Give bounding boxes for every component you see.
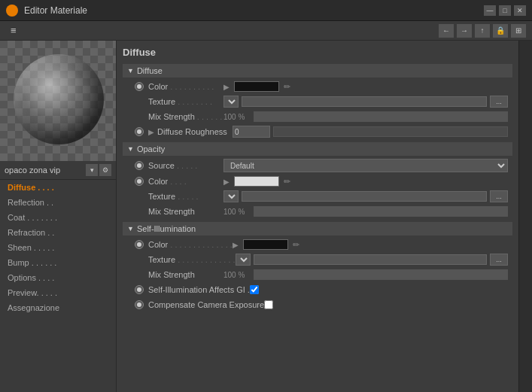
opacity-source-value: Default: [223, 159, 508, 172]
opacity-group-header[interactable]: ▼ Opacity: [123, 142, 512, 156]
diffuse-color-radio[interactable]: [135, 82, 144, 91]
diffuse-collapse-arrow: ▼: [127, 67, 134, 74]
opacity-texture-more[interactable]: ...: [490, 190, 508, 202]
channel-item-reflection[interactable]: Reflection . .: [0, 195, 116, 210]
opacity-texture-select[interactable]: [223, 190, 239, 202]
diffuse-texture-value: ...: [223, 96, 508, 108]
channel-item-preview[interactable]: Preview. . . . .: [0, 285, 116, 300]
si-mix-label: Mix Strength: [148, 270, 223, 279]
diffuse-texture-bar: [242, 96, 487, 107]
si-color-radio[interactable]: [135, 240, 144, 249]
si-color-swatch[interactable]: [243, 239, 288, 250]
si-texture-bar: [254, 254, 487, 265]
roughness-slider[interactable]: [273, 126, 508, 137]
channel-label-assignment: Assegnazione: [8, 303, 59, 312]
nav-up-button[interactable]: ↑: [475, 24, 490, 38]
channel-item-refraction[interactable]: Refraction . .: [0, 225, 116, 240]
si-texture-value: ...: [236, 254, 508, 266]
channel-label-diffuse: Diffuse . . . .: [8, 183, 54, 192]
si-texture-select[interactable]: [236, 254, 251, 266]
opacity-color-row: Color . . . . ▶ ✏: [123, 174, 512, 189]
opacity-mix-value: 100 %: [223, 206, 508, 217]
app-icon: [6, 5, 18, 17]
main-layout: opaco zona vip ▾ ⚙ Diffuse . . . . Refle…: [0, 41, 532, 392]
si-camera-exposure-value: [264, 300, 508, 309]
si-texture-row: Texture . . . . . . . . . . . . . ...: [123, 252, 512, 267]
minimize-button[interactable]: —: [484, 5, 496, 16]
diffuse-color-label: Color . . . . . . . . . .: [148, 82, 223, 91]
nav-forward-button[interactable]: →: [457, 24, 472, 38]
menubar: ≡ ← → ↑ 🔒 ⊞: [0, 21, 532, 41]
self-illumination-group-header[interactable]: ▼ Self-Illumination: [123, 222, 512, 236]
material-dropdown-button[interactable]: ▾: [86, 164, 98, 176]
si-affects-gi-checkbox[interactable]: [250, 285, 259, 294]
window-controls: — □ ✕: [484, 5, 526, 16]
close-button[interactable]: ✕: [514, 5, 526, 16]
opacity-color-expand[interactable]: ▶: [223, 178, 231, 186]
channel-item-diffuse[interactable]: Diffuse . . . .: [0, 180, 116, 195]
material-name-controls: ▾ ⚙: [86, 164, 111, 176]
nav-back-button[interactable]: ←: [439, 24, 454, 38]
diffuse-color-expand[interactable]: ▶: [223, 83, 231, 91]
left-panel: opaco zona vip ▾ ⚙ Diffuse . . . . Refle…: [0, 41, 117, 392]
maximize-button[interactable]: □: [499, 5, 511, 16]
si-color-eyedropper[interactable]: ✏: [291, 240, 301, 250]
nav-lock-button[interactable]: 🔒: [493, 24, 508, 38]
si-mix-percent: 100 %: [223, 271, 251, 279]
si-mix-bar[interactable]: [254, 269, 508, 280]
si-texture-more[interactable]: ...: [490, 254, 508, 266]
si-affects-gi-radio[interactable]: [135, 285, 144, 294]
diffuse-roughness-input[interactable]: [233, 126, 270, 138]
channel-item-bump[interactable]: Bump . . . . . .: [0, 255, 116, 270]
self-illumination-group-label: Self-Illumination: [137, 224, 196, 233]
opacity-source-radio[interactable]: [135, 161, 144, 170]
channel-label-coat: Coat . . . . . . .: [8, 213, 57, 222]
opacity-mix-row: Mix Strength 100 %: [123, 204, 512, 219]
opacity-texture-bar: [242, 191, 487, 202]
hamburger-menu-button[interactable]: ≡: [6, 23, 21, 38]
channel-item-assignment[interactable]: Assegnazione: [0, 300, 116, 315]
channel-item-coat[interactable]: Coat . . . . . . .: [0, 210, 116, 225]
si-camera-exposure-radio[interactable]: [135, 300, 144, 309]
diffuse-group-header[interactable]: ▼ Diffuse: [123, 64, 512, 77]
opacity-color-swatch[interactable]: [234, 176, 279, 187]
diffuse-texture-row: Texture . . . . . . . . ...: [123, 94, 512, 109]
channel-label-bump: Bump . . . . . .: [8, 258, 56, 267]
diffuse-group: ▼ Diffuse Color . . . . . . . . . . ▶ ✏ …: [123, 64, 512, 139]
diffuse-mix-percent: 100 %: [223, 113, 251, 121]
opacity-color-eyedropper[interactable]: ✏: [282, 177, 292, 187]
opacity-color-radio[interactable]: [135, 177, 144, 186]
diffuse-roughness-radio[interactable]: [135, 127, 144, 136]
si-mix-fill: [254, 270, 507, 279]
self-illumination-group: ▼ Self-Illumination Color . . . . . . . …: [123, 222, 512, 312]
opacity-source-select[interactable]: Default: [223, 159, 508, 172]
diffuse-color-swatch[interactable]: [234, 81, 279, 92]
window-title: Editor Materiale: [24, 5, 484, 16]
diffuse-texture-more[interactable]: ...: [490, 96, 508, 108]
si-camera-exposure-label: Compensate Camera Exposure: [148, 300, 264, 309]
diffuse-texture-label: Texture . . . . . . . .: [148, 97, 223, 106]
channel-item-options[interactable]: Options . . . .: [0, 270, 116, 285]
si-texture-label: Texture . . . . . . . . . . . . .: [148, 255, 236, 264]
preview-sphere: [14, 54, 104, 144]
opacity-mix-bar[interactable]: [254, 206, 508, 217]
si-affects-gi-row: Self-Illumination Affects GI .: [123, 282, 512, 297]
si-color-expand[interactable]: ▶: [233, 241, 240, 249]
diffuse-mix-label: Mix Strength . . . . . .: [148, 112, 223, 121]
si-color-label: Color . . . . . . . . . . . . . .: [148, 240, 233, 249]
si-camera-exposure-checkbox[interactable]: [264, 300, 273, 309]
opacity-mix-percent: 100 %: [223, 208, 251, 216]
nav-extra-button[interactable]: ⊞: [511, 24, 526, 38]
diffuse-color-row: Color . . . . . . . . . . ▶ ✏: [123, 79, 512, 94]
si-affects-gi-label: Self-Illumination Affects GI .: [148, 285, 250, 294]
material-settings-button[interactable]: ⚙: [99, 164, 111, 176]
opacity-color-value: ▶ ✏: [223, 176, 508, 187]
diffuse-color-eyedropper[interactable]: ✏: [282, 82, 292, 92]
opacity-texture-value: ...: [223, 190, 508, 202]
si-color-row: Color . . . . . . . . . . . . . . ▶ ✏: [123, 237, 512, 252]
roughness-expand-arrow[interactable]: ▶: [148, 128, 154, 136]
channel-item-sheen[interactable]: Sheen . . . . .: [0, 240, 116, 255]
diffuse-texture-select[interactable]: [223, 96, 239, 108]
diffuse-mix-bar[interactable]: [254, 111, 508, 122]
opacity-mix-label: Mix Strength: [148, 207, 223, 216]
